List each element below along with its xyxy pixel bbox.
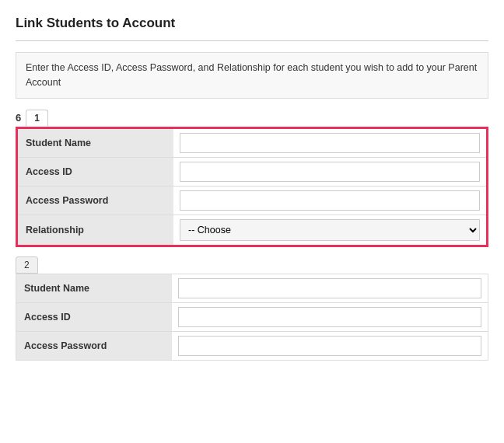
- access-password-row-1: Access Password: [18, 187, 486, 215]
- access-id-label-1: Access ID: [18, 158, 173, 186]
- section1-tab[interactable]: 1: [26, 110, 48, 127]
- student-name-input-2[interactable]: [178, 278, 481, 298]
- instructions-box: Enter the Access ID, Access Password, an…: [16, 52, 488, 99]
- relationship-select-1[interactable]: -- Choose Mother Father Guardian Other: [180, 219, 480, 241]
- access-password-row-2: Access Password: [16, 332, 488, 360]
- section2-wrapper: 2 Student Name Access ID Access Password: [16, 256, 488, 361]
- access-password-field-2[interactable]: [172, 332, 488, 360]
- section1-tabs-row: 6 1: [16, 110, 488, 127]
- student-name-label-1: Student Name: [18, 129, 173, 157]
- section2-tab[interactable]: 2: [16, 256, 38, 274]
- access-id-label-2: Access ID: [16, 303, 172, 331]
- student-name-row-1: Student Name: [18, 129, 486, 158]
- student-name-field-1[interactable]: [173, 129, 486, 157]
- access-id-row-1: Access ID: [18, 158, 486, 187]
- relationship-field-1[interactable]: -- Choose Mother Father Guardian Other: [173, 215, 486, 245]
- section1-number-label: 6: [16, 112, 21, 124]
- page-title: Link Students to Account: [16, 16, 488, 31]
- access-password-label-2: Access Password: [16, 332, 172, 360]
- relationship-row-1: Relationship -- Choose Mother Father Gua…: [18, 215, 486, 245]
- access-id-field-2[interactable]: [172, 303, 488, 331]
- access-password-input-1[interactable]: [180, 190, 480, 211]
- access-id-input-1[interactable]: [180, 162, 480, 182]
- student-name-field-2[interactable]: [172, 274, 488, 302]
- student-card-1: Student Name Access ID Access Password R…: [16, 127, 488, 247]
- divider: [16, 40, 488, 41]
- access-id-row-2: Access ID: [16, 303, 488, 332]
- student-name-label-2: Student Name: [16, 274, 172, 302]
- access-id-field-1[interactable]: [173, 158, 486, 186]
- instructions-text: Enter the Access ID, Access Password, an…: [26, 62, 477, 88]
- page-container: Link Students to Account Enter the Acces…: [0, 0, 504, 376]
- relationship-label-1: Relationship: [18, 215, 173, 245]
- access-password-input-2[interactable]: [178, 336, 481, 356]
- access-id-input-2[interactable]: [178, 307, 481, 327]
- student-card-2: Student Name Access ID Access Password: [16, 274, 488, 361]
- student-name-row-2: Student Name: [16, 274, 488, 303]
- access-password-label-1: Access Password: [18, 187, 173, 215]
- access-password-field-1[interactable]: [173, 187, 486, 215]
- section2-tabs-row: 2: [16, 256, 488, 274]
- student-name-input-1[interactable]: [180, 133, 480, 153]
